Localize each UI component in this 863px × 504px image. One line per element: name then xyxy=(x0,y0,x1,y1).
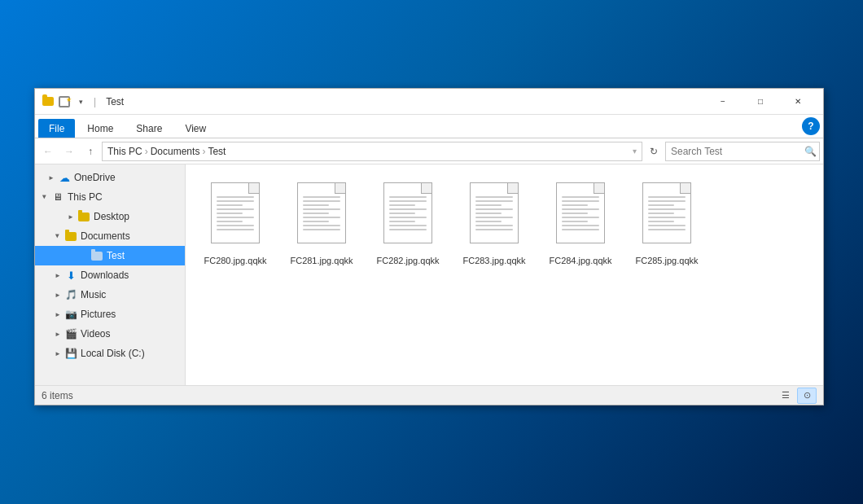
down-arrow-icon: ▾ xyxy=(74,95,87,108)
sidebar-item-downloads[interactable]: ► ⬇ Downloads xyxy=(35,265,185,285)
sidebar-item-pictures[interactable]: ► 📷 Pictures xyxy=(35,305,185,324)
expand-pictures-icon: ► xyxy=(51,308,64,321)
ribbon-tabs: File Home Share View ? xyxy=(35,115,823,138)
tab-view[interactable]: View xyxy=(174,119,217,138)
sidebar-item-documents[interactable]: ► Documents xyxy=(35,226,185,246)
sidebar-label-pictures: Pictures xyxy=(81,309,116,320)
expand-localdisk-icon: ► xyxy=(51,347,64,360)
test-folder-icon xyxy=(90,249,103,262)
window-controls: − □ ✕ xyxy=(704,89,817,115)
item-count: 6 items xyxy=(42,390,73,401)
file-item-5[interactable]: FC285.jpg.qqkk xyxy=(630,177,703,271)
sidebar-label-desktop: Desktop xyxy=(94,211,129,222)
file-icon-0 xyxy=(207,182,264,252)
title-bar-icons: ▾ | xyxy=(42,95,99,108)
sidebar-label-localdisk: Local Disk (C:) xyxy=(81,348,145,359)
sidebar-item-onedrive[interactable]: ► ☁ OneDrive xyxy=(35,168,185,187)
forward-button[interactable]: → xyxy=(59,142,79,161)
file-name-1: FC281.jpg.qqkk xyxy=(290,255,353,266)
sidebar-label-documents: Documents xyxy=(81,230,130,242)
file-item-3[interactable]: FC283.jpg.qqkk xyxy=(458,177,531,271)
expand-onedrive-icon: ► xyxy=(45,171,58,184)
expand-music-icon: ► xyxy=(51,288,64,301)
minimize-button[interactable]: − xyxy=(704,89,742,115)
sidebar-item-desktop[interactable]: ► Desktop xyxy=(35,207,185,226)
path-sep-1: › xyxy=(145,146,148,157)
expand-desktop-icon: ► xyxy=(64,210,77,223)
sidebar-item-music[interactable]: ► 🎵 Music xyxy=(35,285,185,305)
file-icon-1 xyxy=(293,182,350,252)
address-bar: ← → ↑ This PC › Documents › Test ▾ ↻ 🔍 xyxy=(35,138,823,164)
sidebar-label-test: Test xyxy=(107,250,125,261)
file-item-0[interactable]: FC280.jpg.qqkk xyxy=(199,177,272,271)
status-bar: 6 items ☰ ⊙ xyxy=(35,385,823,405)
file-icon-3 xyxy=(466,182,523,252)
file-name-5: FC285.jpg.qqkk xyxy=(635,255,698,266)
tab-file[interactable]: File xyxy=(38,119,75,138)
sidebar: ► ☁ OneDrive ► 🖥 This PC ► Desktop xyxy=(35,164,186,385)
drive-icon: 💾 xyxy=(64,347,77,360)
title-bar: ▾ | Test − □ ✕ xyxy=(35,89,823,115)
search-input[interactable] xyxy=(665,142,820,161)
folder-title-icon xyxy=(42,95,55,108)
file-icon-4 xyxy=(552,182,609,252)
sidebar-label-videos: Videos xyxy=(81,328,110,340)
file-item-4[interactable]: FC284.jpg.qqkk xyxy=(544,177,617,271)
file-name-0: FC280.jpg.qqkk xyxy=(204,255,266,266)
file-name-3: FC283.jpg.qqkk xyxy=(462,255,525,266)
expand-downloads-icon: ► xyxy=(51,269,64,282)
ribbon: File Home Share View ? xyxy=(35,115,823,138)
expand-test-icon xyxy=(77,249,90,262)
file-item-1[interactable]: FC281.jpg.qqkk xyxy=(285,177,358,271)
explorer-window: ▾ | Test − □ ✕ File Home Share View ? ← … xyxy=(34,88,824,405)
address-path[interactable]: This PC › Documents › Test ▾ xyxy=(102,142,642,161)
file-icon-2 xyxy=(379,182,436,252)
path-segment-documents[interactable]: Documents xyxy=(151,146,200,157)
close-button[interactable]: ✕ xyxy=(779,89,817,115)
expand-thispc-icon: ► xyxy=(38,191,51,204)
path-segment-thispc[interactable]: This PC xyxy=(107,146,142,157)
sidebar-item-localdisk[interactable]: ► 💾 Local Disk (C:) xyxy=(35,344,185,363)
documents-folder-icon xyxy=(64,230,77,243)
pictures-icon: 📷 xyxy=(64,308,77,321)
tiles-view-button[interactable]: ⊙ xyxy=(797,388,817,404)
address-dropdown-arrow[interactable]: ▾ xyxy=(633,147,637,156)
path-sep-2: › xyxy=(202,146,205,157)
search-submit-button[interactable]: 🔍 xyxy=(804,146,817,157)
file-item-2[interactable]: FC282.jpg.qqkk xyxy=(371,177,445,271)
sidebar-label-downloads: Downloads xyxy=(81,270,129,281)
back-button[interactable]: ← xyxy=(38,142,58,161)
tab-home[interactable]: Home xyxy=(77,119,124,138)
view-toggle: ☰ ⊙ xyxy=(776,388,817,404)
details-view-button[interactable]: ☰ xyxy=(776,388,795,404)
downloads-folder-icon: ⬇ xyxy=(64,269,77,282)
main-content: ► ☁ OneDrive ► 🖥 This PC ► Desktop xyxy=(35,164,823,385)
file-area: FC280.jpg.qqkk xyxy=(186,164,823,385)
expand-videos-icon: ► xyxy=(51,327,64,340)
quick-access-title-icon xyxy=(58,95,71,108)
maximize-button[interactable]: □ xyxy=(742,89,779,115)
file-name-2: FC282.jpg.qqkk xyxy=(376,255,439,266)
search-container: 🔍 xyxy=(665,142,820,161)
sidebar-scroll[interactable]: ► ☁ OneDrive ► 🖥 This PC ► Desktop xyxy=(35,168,185,382)
pc-icon: 🖥 xyxy=(51,191,64,204)
file-name-4: FC284.jpg.qqkk xyxy=(549,255,611,266)
sidebar-item-thispc[interactable]: ► 🖥 This PC xyxy=(35,187,185,207)
music-icon: 🎵 xyxy=(64,288,77,301)
onedrive-icon: ☁ xyxy=(58,171,71,184)
expand-documents-icon: ► xyxy=(51,230,64,243)
up-button[interactable]: ↑ xyxy=(81,142,100,161)
sidebar-label-music: Music xyxy=(81,289,106,300)
sidebar-item-videos[interactable]: ► 🎬 Videos xyxy=(35,324,185,344)
sidebar-label-onedrive: OneDrive xyxy=(74,172,116,183)
file-icon-5 xyxy=(638,182,695,252)
refresh-button[interactable]: ↻ xyxy=(644,142,664,161)
sidebar-item-test[interactable]: Test xyxy=(35,246,185,265)
sidebar-label-thispc: This PC xyxy=(68,191,103,203)
window-title: Test xyxy=(106,96,704,107)
videos-icon: 🎬 xyxy=(64,327,77,340)
path-segment-test[interactable]: Test xyxy=(208,146,226,157)
help-button[interactable]: ? xyxy=(802,117,820,135)
desktop-folder-icon xyxy=(77,210,90,223)
tab-share[interactable]: Share xyxy=(125,119,173,138)
